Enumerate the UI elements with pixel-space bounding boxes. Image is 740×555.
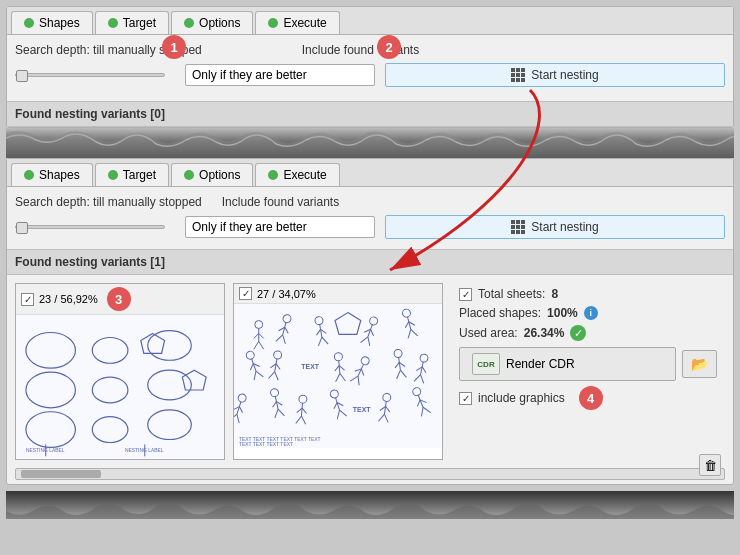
svg-point-71 — [394, 349, 403, 358]
variants-area: 23 / 56,92% 3 — [7, 275, 733, 468]
tab-shapes-top[interactable]: Shapes — [11, 11, 93, 34]
top-tabs: Shapes Target Options Execute — [7, 7, 733, 35]
cdr-icon: CDR — [472, 353, 500, 375]
svg-marker-10 — [182, 370, 206, 390]
svg-line-112 — [378, 413, 384, 422]
svg-line-96 — [301, 403, 302, 416]
folder-button[interactable]: 📂 — [682, 350, 717, 378]
svg-line-45 — [411, 328, 418, 337]
variant-checkbox-1[interactable] — [21, 293, 34, 306]
svg-line-56 — [268, 371, 274, 380]
placed-shapes-label: Placed shapes: — [459, 306, 541, 320]
svg-line-73 — [394, 362, 400, 368]
include-graphics-row: include graphics 4 — [459, 386, 717, 410]
figure-g9 — [350, 355, 371, 385]
svg-line-99 — [296, 416, 302, 424]
start-nesting-btn-bottom[interactable]: Start nesting — [385, 215, 725, 239]
figure-g8 — [333, 352, 345, 381]
svg-line-94 — [278, 408, 284, 417]
figure-g5 — [401, 308, 418, 338]
svg-line-81 — [414, 374, 420, 383]
start-nesting-label-bottom: Start nesting — [531, 220, 598, 234]
svg-marker-33 — [335, 313, 361, 335]
search-depth-slider-bottom[interactable] — [15, 225, 165, 229]
torn-svg-bottom — [6, 491, 734, 519]
include-variants-dropdown-bottom[interactable]: Only if they are better — [185, 216, 375, 238]
svg-point-15 — [255, 321, 263, 329]
green-check-icon: ✓ — [570, 325, 586, 341]
variants-scrollbar[interactable] — [15, 468, 725, 480]
include-variants-select-top[interactable]: Only if they are better — [185, 64, 375, 86]
tab-target-top[interactable]: Target — [95, 11, 169, 34]
figure-g14 — [296, 395, 308, 424]
tab-label-execute-bottom: Execute — [283, 168, 326, 182]
svg-line-29 — [316, 329, 322, 335]
search-depth-slider-top[interactable] — [15, 73, 165, 77]
tab-dot-options-bottom — [184, 170, 194, 180]
torn-edge-top — [6, 128, 734, 158]
figure-g2 — [276, 314, 293, 344]
found-variants-header-top: Found nesting variants [0] — [7, 101, 733, 127]
svg-point-7 — [92, 417, 128, 443]
delete-button[interactable]: 🗑 — [699, 454, 721, 476]
svg-line-119 — [423, 405, 431, 414]
tab-execute-top[interactable]: Execute — [255, 11, 339, 34]
tab-options-bottom[interactable]: Options — [171, 163, 253, 186]
tab-target-bottom[interactable]: Target — [95, 163, 169, 186]
figure-g3 — [313, 316, 328, 346]
svg-text:TEXT TEXT TEXT TEXT: TEXT TEXT TEXT TEXT — [239, 442, 293, 447]
svg-line-87 — [234, 413, 237, 422]
grid-icon-bottom — [511, 220, 525, 234]
total-sheets-label: Total sheets: — [478, 287, 545, 301]
used-area-row: Used area: 26.34% ✓ — [459, 325, 717, 341]
svg-line-25 — [276, 334, 283, 343]
svg-line-38 — [361, 335, 368, 344]
tab-label-execute-top: Execute — [283, 16, 326, 30]
figure-g1 — [254, 321, 264, 350]
svg-point-114 — [412, 386, 422, 396]
tab-label-target-bottom: Target — [123, 168, 156, 182]
figure-g10 — [393, 349, 407, 379]
include-variants-dropdown-top[interactable]: Only if they are better — [185, 64, 375, 86]
search-depth-label-bottom: Search depth: till manually stopped — [15, 195, 202, 209]
render-cdr-button[interactable]: CDR Render CDR — [459, 347, 676, 381]
svg-point-108 — [382, 393, 391, 402]
variant-canvas-2: TEXT — [234, 303, 442, 448]
variant-svg-1: NESTING LABEL NESTING LABEL — [16, 315, 224, 459]
tab-label-shapes-top: Shapes — [39, 16, 80, 30]
svg-point-34 — [369, 316, 379, 326]
figure-g6 — [244, 350, 263, 380]
tab-execute-bottom[interactable]: Execute — [255, 163, 339, 186]
tab-dot-options-top — [184, 18, 194, 28]
total-sheets-checkbox[interactable] — [459, 288, 472, 301]
include-graphics-label: include graphics — [478, 391, 565, 405]
tab-label-options-top: Options — [199, 16, 240, 30]
svg-point-21 — [282, 314, 292, 324]
include-variants-label-top: Include found variants — [302, 43, 419, 57]
svg-line-109 — [384, 401, 386, 414]
figure-g7 — [268, 350, 283, 380]
placed-shapes-row: Placed shapes: 100% i — [459, 306, 717, 320]
svg-line-51 — [256, 369, 263, 378]
svg-point-101 — [329, 389, 339, 399]
svg-line-31 — [317, 337, 323, 346]
grid-icon-top — [511, 68, 525, 82]
variant-checkbox-2[interactable] — [239, 287, 252, 300]
torn-svg-top — [6, 128, 734, 158]
figure-g11 — [414, 353, 430, 383]
torn-edge-bottom — [6, 491, 734, 519]
svg-point-4 — [92, 377, 128, 403]
svg-point-40 — [402, 308, 412, 318]
include-graphics-checkbox[interactable] — [459, 392, 472, 405]
used-area-value: 26.34% — [524, 326, 565, 340]
tab-options-top[interactable]: Options — [171, 11, 253, 34]
scrollbar-thumb[interactable] — [21, 470, 101, 478]
tab-shapes-bottom[interactable]: Shapes — [11, 163, 93, 186]
svg-line-55 — [275, 364, 281, 370]
include-variants-select-bottom[interactable]: Only if they are better — [185, 216, 375, 238]
svg-line-106 — [340, 409, 347, 418]
svg-line-64 — [340, 373, 346, 381]
start-nesting-btn-top[interactable]: Start nesting — [385, 63, 725, 87]
tab-dot-execute-bottom — [268, 170, 278, 180]
svg-point-59 — [334, 352, 343, 361]
